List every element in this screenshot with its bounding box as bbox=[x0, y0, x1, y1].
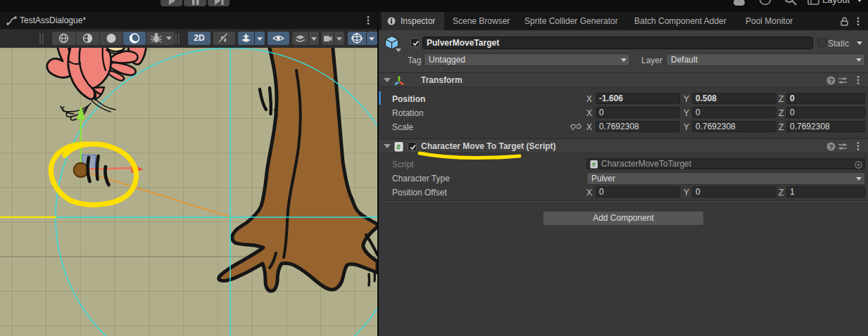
svg-text:Layout: Layout bbox=[822, 0, 850, 5]
svg-text:#: # bbox=[396, 143, 401, 151]
svg-text:#: # bbox=[592, 160, 596, 168]
svg-text:?: ? bbox=[829, 143, 834, 150]
svg-text:?: ? bbox=[829, 77, 834, 84]
